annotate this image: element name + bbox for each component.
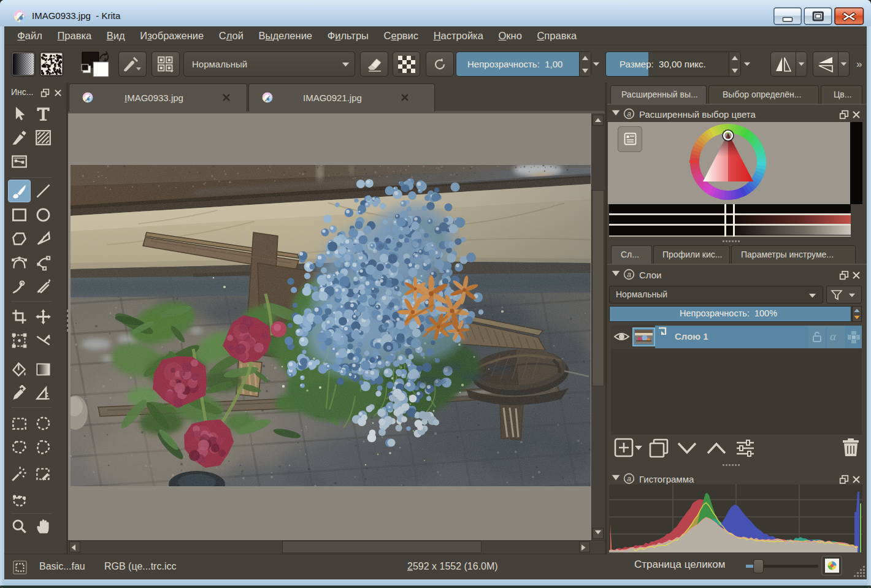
svg-text:a: a [627,110,631,118]
svg-text:a: a [627,475,631,483]
svg-text:a: a [627,270,631,279]
